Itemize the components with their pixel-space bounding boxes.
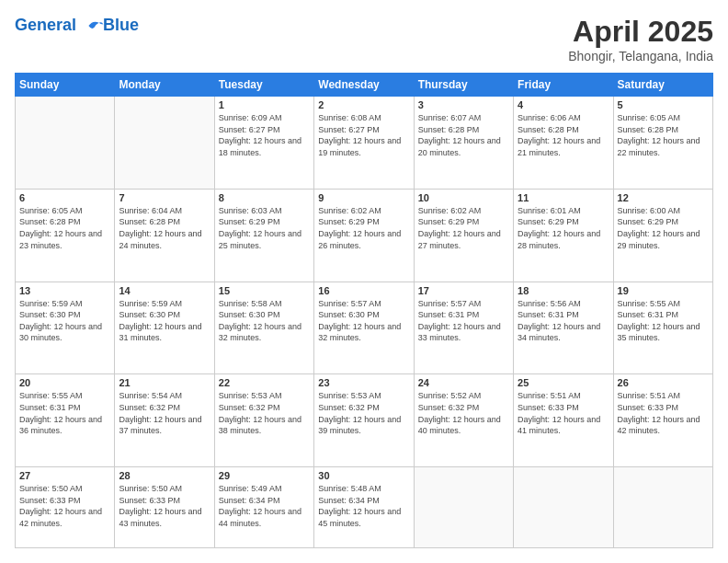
month-title: April 2025: [568, 15, 713, 49]
table-row: 17Sunrise: 5:57 AMSunset: 6:31 PMDayligh…: [414, 282, 513, 374]
day-number: 3: [418, 99, 509, 110]
day-info: Sunrise: 5:57 AMSunset: 6:30 PMDaylight:…: [318, 298, 409, 344]
table-row: 4Sunrise: 6:06 AMSunset: 6:28 PMDaylight…: [514, 97, 613, 190]
day-info: Sunrise: 6:09 AMSunset: 6:27 PMDaylight:…: [219, 112, 310, 158]
page: General Blue April 2025 Bhongir, Telanga…: [0, 0, 728, 563]
table-row: 13Sunrise: 5:59 AMSunset: 6:30 PMDayligh…: [16, 282, 115, 374]
day-info: Sunrise: 6:06 AMSunset: 6:28 PMDaylight:…: [518, 112, 609, 158]
day-number: 14: [119, 285, 210, 296]
day-number: 15: [219, 285, 310, 296]
day-info: Sunrise: 6:08 AMSunset: 6:27 PMDaylight:…: [318, 112, 409, 158]
day-info: Sunrise: 6:01 AMSunset: 6:29 PMDaylight:…: [518, 205, 609, 251]
table-row: 28Sunrise: 5:50 AMSunset: 6:33 PMDayligh…: [115, 467, 214, 548]
day-info: Sunrise: 6:02 AMSunset: 6:29 PMDaylight:…: [418, 205, 509, 251]
day-info: Sunrise: 5:51 AMSunset: 6:33 PMDaylight:…: [518, 390, 609, 436]
day-number: 19: [618, 285, 709, 296]
day-info: Sunrise: 5:53 AMSunset: 6:32 PMDaylight:…: [219, 390, 310, 436]
table-row: 14Sunrise: 5:59 AMSunset: 6:30 PMDayligh…: [115, 282, 214, 374]
table-row: 29Sunrise: 5:49 AMSunset: 6:34 PMDayligh…: [214, 467, 313, 548]
day-info: Sunrise: 5:55 AMSunset: 6:31 PMDaylight:…: [19, 390, 110, 436]
day-info: Sunrise: 6:00 AMSunset: 6:29 PMDaylight:…: [618, 205, 709, 251]
day-info: Sunrise: 6:04 AMSunset: 6:28 PMDaylight:…: [119, 205, 210, 251]
table-row: 12Sunrise: 6:00 AMSunset: 6:29 PMDayligh…: [613, 189, 712, 282]
col-thursday: Thursday: [414, 74, 513, 97]
day-info: Sunrise: 5:50 AMSunset: 6:33 PMDaylight:…: [119, 483, 210, 529]
col-tuesday: Tuesday: [214, 74, 313, 97]
table-row: [514, 467, 613, 548]
table-row: 10Sunrise: 6:02 AMSunset: 6:29 PMDayligh…: [414, 189, 513, 282]
day-info: Sunrise: 5:56 AMSunset: 6:31 PMDaylight:…: [518, 298, 609, 344]
day-info: Sunrise: 5:50 AMSunset: 6:33 PMDaylight:…: [19, 483, 110, 529]
table-row: [414, 467, 513, 548]
table-row: 30Sunrise: 5:48 AMSunset: 6:34 PMDayligh…: [314, 467, 414, 548]
calendar-header-row: Sunday Monday Tuesday Wednesday Thursday…: [16, 74, 713, 97]
day-number: 2: [318, 99, 409, 110]
day-number: 12: [618, 192, 709, 203]
day-info: Sunrise: 5:51 AMSunset: 6:33 PMDaylight:…: [618, 390, 709, 436]
day-info: Sunrise: 5:54 AMSunset: 6:32 PMDaylight:…: [119, 390, 210, 436]
day-info: Sunrise: 5:55 AMSunset: 6:31 PMDaylight:…: [618, 298, 709, 344]
day-number: 5: [618, 99, 709, 110]
col-monday: Monday: [115, 74, 214, 97]
day-number: 24: [418, 377, 509, 388]
day-info: Sunrise: 6:03 AMSunset: 6:29 PMDaylight:…: [219, 205, 310, 251]
day-info: Sunrise: 6:07 AMSunset: 6:28 PMDaylight:…: [418, 112, 509, 158]
day-number: 17: [418, 285, 509, 296]
calendar-week-row: 13Sunrise: 5:59 AMSunset: 6:30 PMDayligh…: [16, 282, 713, 374]
table-row: 21Sunrise: 5:54 AMSunset: 6:32 PMDayligh…: [115, 374, 214, 467]
table-row: [115, 97, 214, 190]
day-number: 9: [318, 192, 409, 203]
day-number: 6: [19, 192, 110, 203]
table-row: 22Sunrise: 5:53 AMSunset: 6:32 PMDayligh…: [214, 374, 313, 467]
table-row: 7Sunrise: 6:04 AMSunset: 6:28 PMDaylight…: [115, 189, 214, 282]
table-row: 11Sunrise: 6:01 AMSunset: 6:29 PMDayligh…: [514, 189, 613, 282]
day-number: 23: [318, 377, 409, 388]
table-row: 2Sunrise: 6:08 AMSunset: 6:27 PMDaylight…: [314, 97, 414, 190]
table-row: [613, 467, 712, 548]
table-row: 8Sunrise: 6:03 AMSunset: 6:29 PMDaylight…: [214, 189, 313, 282]
col-wednesday: Wednesday: [314, 74, 414, 97]
day-number: 16: [318, 285, 409, 296]
day-number: 25: [518, 377, 609, 388]
col-friday: Friday: [514, 74, 613, 97]
day-number: 22: [219, 377, 310, 388]
location-subtitle: Bhongir, Telangana, India: [568, 49, 713, 63]
day-number: 29: [219, 470, 310, 481]
logo-bird-icon: [83, 15, 105, 37]
logo-general: General: [15, 16, 76, 34]
table-row: 1Sunrise: 6:09 AMSunset: 6:27 PMDaylight…: [214, 97, 313, 190]
table-row: 26Sunrise: 5:51 AMSunset: 6:33 PMDayligh…: [613, 374, 712, 467]
day-number: 7: [119, 192, 210, 203]
logo-blue: Blue: [103, 17, 139, 35]
table-row: [16, 97, 115, 190]
logo: General Blue: [15, 15, 139, 37]
day-number: 20: [19, 377, 110, 388]
day-info: Sunrise: 5:59 AMSunset: 6:30 PMDaylight:…: [19, 298, 110, 344]
table-row: 6Sunrise: 6:05 AMSunset: 6:28 PMDaylight…: [16, 189, 115, 282]
calendar-week-row: 20Sunrise: 5:55 AMSunset: 6:31 PMDayligh…: [16, 374, 713, 467]
table-row: 20Sunrise: 5:55 AMSunset: 6:31 PMDayligh…: [16, 374, 115, 467]
day-number: 28: [119, 470, 210, 481]
day-info: Sunrise: 5:48 AMSunset: 6:34 PMDaylight:…: [318, 483, 409, 529]
day-number: 8: [219, 192, 310, 203]
table-row: 19Sunrise: 5:55 AMSunset: 6:31 PMDayligh…: [613, 282, 712, 374]
calendar-week-row: 1Sunrise: 6:09 AMSunset: 6:27 PMDaylight…: [16, 97, 713, 190]
day-number: 1: [219, 99, 310, 110]
table-row: 27Sunrise: 5:50 AMSunset: 6:33 PMDayligh…: [16, 467, 115, 548]
calendar-week-row: 6Sunrise: 6:05 AMSunset: 6:28 PMDaylight…: [16, 189, 713, 282]
day-info: Sunrise: 5:49 AMSunset: 6:34 PMDaylight:…: [219, 483, 310, 529]
header: General Blue April 2025 Bhongir, Telanga…: [15, 15, 713, 63]
day-number: 4: [518, 99, 609, 110]
day-number: 30: [318, 470, 409, 481]
day-info: Sunrise: 6:02 AMSunset: 6:29 PMDaylight:…: [318, 205, 409, 251]
day-info: Sunrise: 5:52 AMSunset: 6:32 PMDaylight:…: [418, 390, 509, 436]
day-number: 27: [19, 470, 110, 481]
table-row: 18Sunrise: 5:56 AMSunset: 6:31 PMDayligh…: [514, 282, 613, 374]
table-row: 3Sunrise: 6:07 AMSunset: 6:28 PMDaylight…: [414, 97, 513, 190]
title-block: April 2025 Bhongir, Telangana, India: [568, 15, 713, 63]
day-number: 21: [119, 377, 210, 388]
table-row: 23Sunrise: 5:53 AMSunset: 6:32 PMDayligh…: [314, 374, 414, 467]
day-info: Sunrise: 5:57 AMSunset: 6:31 PMDaylight:…: [418, 298, 509, 344]
calendar-table: Sunday Monday Tuesday Wednesday Thursday…: [15, 73, 713, 548]
day-number: 18: [518, 285, 609, 296]
